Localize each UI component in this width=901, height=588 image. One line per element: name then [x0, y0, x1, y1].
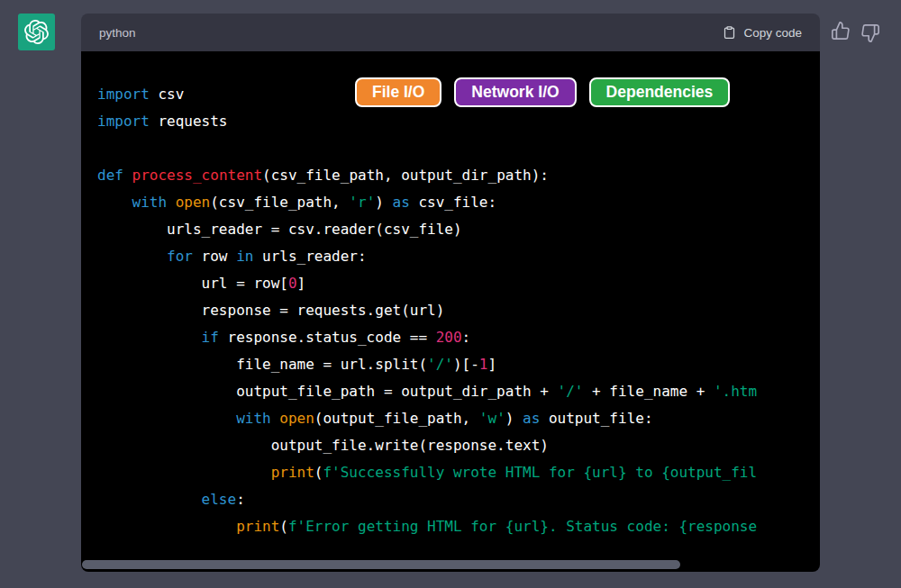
openai-logo-icon [24, 20, 49, 44]
code-line: else: [97, 486, 820, 513]
copy-code-label: Copy code [743, 26, 802, 40]
code-line: print(f'Error getting HTML for {url}. St… [97, 513, 820, 540]
code-line [97, 135, 820, 162]
code-line: if response.status_code == 200: [97, 324, 820, 351]
code-area: import csvimport requests def process_co… [81, 51, 820, 572]
code-line: response = requests.get(url) [97, 297, 820, 324]
code-line: file_name = url.split('/')[-1] [97, 351, 820, 378]
code-line: output_file.write(response.text) [97, 432, 820, 459]
copy-code-button[interactable]: Copy code [723, 25, 802, 40]
code-line: import requests [97, 108, 820, 135]
code-block: python Copy code import csvimport reques… [81, 14, 820, 572]
code-line: url = row[0] [97, 270, 820, 297]
code-line: def process_content(csv_file_path, outpu… [97, 162, 820, 189]
code-line: output_file_path = output_dir_path + '/'… [97, 378, 820, 405]
code-line: print(f'Successfully wrote HTML for {url… [97, 459, 820, 486]
clipboard-icon [723, 25, 736, 40]
code-line: with open(csv_file_path, 'r') as csv_fil… [97, 189, 820, 216]
code-content: import csvimport requests def process_co… [81, 51, 820, 572]
code-line: urls_reader = csv.reader(csv_file) [97, 216, 820, 243]
badge-dependencies[interactable]: Dependencies [589, 77, 731, 107]
language-label: python [99, 26, 136, 40]
chat-message-row: python Copy code import csvimport reques… [0, 0, 901, 588]
thumbs-up-button[interactable] [831, 19, 851, 42]
horizontal-scrollbar-thumb[interactable] [82, 560, 680, 569]
thumbs-down-button[interactable] [860, 22, 880, 45]
code-block-header: python Copy code [81, 14, 820, 51]
thumbs-down-icon [860, 23, 880, 43]
feedback-buttons [831, 19, 880, 45]
badge-network-i-o[interactable]: Network I/O [454, 77, 576, 107]
badge-file-i-o[interactable]: File I/O [355, 77, 441, 107]
code-line: for row in urls_reader: [97, 243, 820, 270]
thumbs-up-icon [831, 21, 851, 41]
code-line: with open(output_file_path, 'w') as outp… [97, 405, 820, 432]
avatar [18, 14, 55, 50]
badge-row: File I/ONetwork I/ODependencies [355, 77, 730, 107]
